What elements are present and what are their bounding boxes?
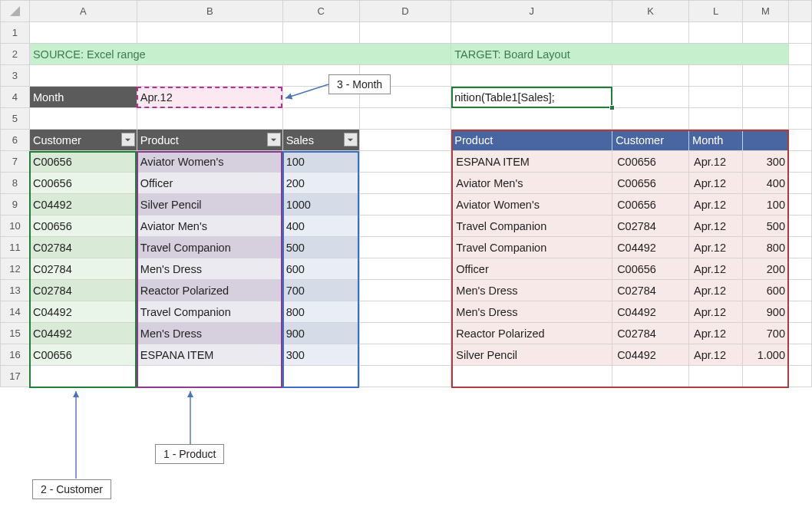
cell[interactable] — [788, 323, 811, 344]
left-customer-cell[interactable]: C00656 — [29, 173, 137, 194]
right-value-cell[interactable]: 500 — [743, 216, 789, 237]
left-sales-cell[interactable]: 100 — [282, 151, 359, 173]
right-value-cell[interactable]: 900 — [743, 301, 789, 323]
cell[interactable] — [612, 87, 689, 108]
right-product-cell[interactable]: Men's Dress — [451, 280, 612, 301]
left-customer-cell[interactable]: C04492 — [29, 194, 137, 216]
right-month-cell[interactable]: Apr.12 — [689, 323, 743, 344]
right-product-cell[interactable]: Reactor Polarized — [451, 323, 612, 344]
cell[interactable] — [359, 323, 451, 344]
right-customer-cell[interactable]: C04492 — [612, 301, 689, 323]
cell[interactable] — [743, 65, 789, 87]
cell[interactable] — [743, 22, 789, 44]
right-product-cell[interactable]: Travel Companion — [451, 216, 612, 237]
month-value-cell[interactable]: Apr.12 — [137, 87, 282, 108]
fill-handle[interactable] — [609, 105, 615, 110]
cell[interactable] — [788, 65, 811, 87]
right-header-blank[interactable] — [743, 130, 789, 151]
left-sales-cell[interactable]: 600 — [282, 258, 359, 280]
cell[interactable] — [788, 151, 811, 173]
cell[interactable] — [359, 65, 451, 87]
right-product-cell[interactable]: Aviator Women's — [451, 194, 612, 216]
row-header[interactable]: 15 — [1, 323, 30, 344]
right-header-customer[interactable]: Customer — [612, 130, 689, 151]
left-product-cell[interactable]: Men's Dress — [137, 323, 282, 344]
left-customer-cell[interactable]: C00656 — [29, 151, 137, 173]
cell[interactable] — [359, 280, 451, 301]
right-customer-cell[interactable]: C02784 — [612, 216, 689, 237]
cell[interactable] — [451, 366, 612, 387]
left-sales-cell[interactable]: 500 — [282, 237, 359, 258]
cell[interactable] — [788, 301, 811, 323]
col-header-B[interactable]: B — [137, 1, 282, 22]
left-customer-cell[interactable]: C00656 — [29, 216, 137, 237]
cell[interactable] — [689, 87, 743, 108]
cell[interactable] — [359, 194, 451, 216]
right-product-cell[interactable]: Travel Companion — [451, 237, 612, 258]
source-title[interactable]: SOURCE: Excel range — [29, 44, 451, 65]
spreadsheet-grid[interactable]: A B C D J K L M 1 2 SOURCE: Excel range … — [0, 0, 812, 387]
left-header-product[interactable]: Product — [137, 130, 282, 151]
left-sales-cell[interactable]: 900 — [282, 323, 359, 344]
left-header-sales[interactable]: Sales — [282, 130, 359, 151]
left-sales-cell[interactable]: 400 — [282, 216, 359, 237]
month-label-cell[interactable]: Month — [29, 87, 137, 108]
cell[interactable] — [359, 366, 451, 387]
cell[interactable] — [359, 22, 451, 44]
right-product-cell[interactable]: Aviator Men's — [451, 173, 612, 194]
right-customer-cell[interactable]: C00656 — [612, 258, 689, 280]
left-sales-cell[interactable]: 1000 — [282, 194, 359, 216]
cell[interactable] — [29, 366, 137, 387]
right-month-cell[interactable]: Apr.12 — [689, 344, 743, 366]
cell[interactable] — [788, 194, 811, 216]
right-customer-cell[interactable]: C04492 — [612, 344, 689, 366]
row-header[interactable]: 14 — [1, 301, 30, 323]
left-customer-cell[interactable]: C02784 — [29, 280, 137, 301]
formula-editing-cell[interactable]: nition(Table1[Sales]; — [451, 87, 612, 108]
left-product-cell[interactable]: Silver Pencil — [137, 194, 282, 216]
cell[interactable] — [689, 108, 743, 130]
row-header-5[interactable]: 5 — [1, 108, 30, 130]
cell[interactable] — [612, 22, 689, 44]
filter-dropdown-icon[interactable] — [344, 133, 358, 146]
cell[interactable] — [743, 108, 789, 130]
cell[interactable] — [788, 87, 811, 108]
cell[interactable] — [137, 65, 282, 87]
left-product-cell[interactable]: Aviator Men's — [137, 216, 282, 237]
left-header-customer[interactable]: Customer — [29, 130, 137, 151]
right-month-cell[interactable]: Apr.12 — [689, 173, 743, 194]
filter-dropdown-icon[interactable] — [121, 133, 135, 146]
col-header-M[interactable]: M — [743, 1, 789, 22]
right-month-cell[interactable]: Apr.12 — [689, 151, 743, 173]
cell[interactable] — [282, 65, 359, 87]
cell[interactable] — [788, 22, 811, 44]
left-product-cell[interactable]: Travel Companion — [137, 237, 282, 258]
row-header[interactable]: 11 — [1, 237, 30, 258]
cell[interactable] — [359, 237, 451, 258]
right-header-month[interactable]: Month — [689, 130, 743, 151]
filter-dropdown-icon[interactable] — [267, 133, 281, 146]
row-header-2[interactable]: 2 — [1, 44, 30, 65]
right-month-cell[interactable]: Apr.12 — [689, 216, 743, 237]
left-product-cell[interactable]: Aviator Women's — [137, 151, 282, 173]
cell[interactable] — [788, 237, 811, 258]
cell[interactable] — [451, 22, 612, 44]
cell[interactable] — [282, 108, 359, 130]
right-customer-cell[interactable]: C00656 — [612, 173, 689, 194]
right-product-cell[interactable]: Officer — [451, 258, 612, 280]
right-customer-cell[interactable]: C04492 — [612, 237, 689, 258]
row-header[interactable]: 16 — [1, 344, 30, 366]
cell[interactable] — [743, 87, 789, 108]
row-header-4[interactable]: 4 — [1, 87, 30, 108]
target-title[interactable]: TARGET: Board Layout — [451, 44, 789, 65]
col-header-K[interactable]: K — [612, 1, 689, 22]
cell[interactable] — [612, 366, 689, 387]
cell[interactable] — [788, 280, 811, 301]
left-customer-cell[interactable]: C00656 — [29, 344, 137, 366]
left-product-cell[interactable]: ESPANA ITEM — [137, 344, 282, 366]
left-product-cell[interactable]: Reactor Polarized — [137, 280, 282, 301]
cell[interactable] — [29, 108, 137, 130]
cell[interactable] — [137, 22, 282, 44]
cell[interactable] — [359, 151, 451, 173]
cell[interactable] — [451, 65, 612, 87]
